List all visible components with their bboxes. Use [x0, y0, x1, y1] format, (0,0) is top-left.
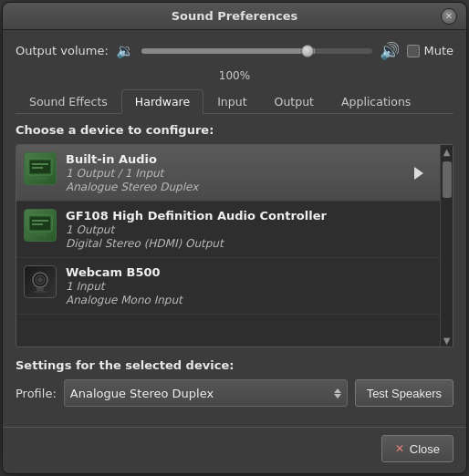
- device-sub2-webcam: Analogue Mono Input: [66, 294, 433, 306]
- scrollbar-down-button[interactable]: ▼: [442, 334, 453, 347]
- volume-slider-thumb[interactable]: [301, 45, 314, 57]
- main-content: Output volume: 🔉 🔊 Mute 100% Sound Effec…: [3, 30, 466, 427]
- selected-arrow-icon: [414, 167, 423, 180]
- close-button[interactable]: ✕ Close: [381, 435, 453, 462]
- svg-point-12: [38, 278, 43, 283]
- tab-applications[interactable]: Applications: [328, 89, 424, 113]
- test-speakers-button[interactable]: Test Speakers: [355, 379, 453, 407]
- device-sub2-builtin: Analogue Stereo Duplex: [66, 181, 433, 193]
- settings-section: Settings for the selected device: Profil…: [16, 358, 453, 407]
- profile-select-arrow-icon: [334, 388, 341, 398]
- device-list[interactable]: Built-in Audio 1 Output / 1 Input Analog…: [16, 145, 440, 347]
- device-icon-gf108: [24, 209, 57, 242]
- volume-label: Output volume:: [16, 44, 109, 57]
- device-name-gf108: GF108 High Definition Audio Controller: [66, 209, 433, 222]
- scrollbar-thumb[interactable]: [443, 161, 452, 198]
- svg-rect-9: [34, 233, 47, 236]
- device-item-builtin[interactable]: Built-in Audio 1 Output / 1 Input Analog…: [16, 145, 440, 202]
- device-item-webcam[interactable]: Webcam B500 1 Input Analogue Mono Input: [16, 258, 440, 315]
- close-button-label: Close: [410, 442, 440, 456]
- arrow-up-icon: [334, 388, 341, 393]
- settings-heading: Settings for the selected device:: [16, 358, 453, 372]
- profile-select[interactable]: Analogue Stereo Duplex: [64, 379, 348, 407]
- volume-slider[interactable]: [141, 48, 373, 54]
- device-list-container: Built-in Audio 1 Output / 1 Input Analog…: [16, 144, 453, 347]
- mute-checkbox[interactable]: [407, 45, 420, 57]
- tab-hardware[interactable]: Hardware: [121, 89, 203, 114]
- device-icon-webcam: [24, 265, 57, 298]
- volume-slider-container[interactable]: [141, 48, 373, 54]
- svg-rect-14: [34, 291, 47, 293]
- device-info-gf108: GF108 High Definition Audio Controller 1…: [66, 209, 433, 250]
- device-sub2-gf108: Digital Stereo (HDMI) Output: [66, 237, 433, 250]
- profile-row: Profile: Analogue Stereo Duplex Test Spe…: [16, 379, 453, 407]
- device-name-webcam: Webcam B500: [66, 265, 433, 279]
- volume-percent: 100%: [16, 69, 453, 82]
- tab-input[interactable]: Input: [203, 89, 260, 113]
- window-title: Sound Preferences: [172, 9, 298, 23]
- profile-label: Profile:: [16, 387, 57, 400]
- tab-output[interactable]: Output: [261, 89, 328, 113]
- titlebar: Sound Preferences ✕: [3, 3, 466, 30]
- device-name-builtin: Built-in Audio: [66, 152, 433, 166]
- device-section-heading: Choose a device to configure:: [16, 123, 453, 137]
- svg-rect-13: [36, 288, 44, 291]
- profile-value: Analogue Stereo Duplex: [70, 387, 214, 400]
- tab-sound-effects[interactable]: Sound Effects: [16, 89, 121, 113]
- close-x-icon: ✕: [395, 442, 404, 455]
- device-item-gf108[interactable]: GF108 High Definition Audio Controller 1…: [16, 202, 440, 258]
- svg-rect-4: [34, 177, 47, 180]
- scrollbar-up-button[interactable]: ▲: [442, 145, 453, 158]
- volume-high-icon: 🔊: [380, 41, 400, 60]
- device-info-webcam: Webcam B500 1 Input Analogue Mono Input: [66, 265, 433, 306]
- scrollbar-track[interactable]: [443, 158, 452, 334]
- svg-rect-6: [30, 217, 50, 230]
- device-list-scrollbar[interactable]: ▲ ▼: [440, 145, 453, 347]
- volume-low-icon: 🔉: [116, 42, 134, 59]
- mute-row: Mute: [407, 44, 453, 57]
- tabs-bar: Sound Effects Hardware Input Output Appl…: [16, 89, 453, 114]
- volume-row: Output volume: 🔉 🔊 Mute: [16, 41, 453, 60]
- device-icon-builtin: [24, 152, 57, 185]
- sound-preferences-window: Sound Preferences ✕ Output volume: 🔉 🔊 M…: [2, 2, 467, 474]
- device-info-builtin: Built-in Audio 1 Output / 1 Input Analog…: [66, 152, 433, 193]
- device-sub1-gf108: 1 Output: [66, 223, 433, 236]
- svg-rect-1: [30, 160, 50, 173]
- footer: ✕ Close: [3, 427, 466, 473]
- mute-label: Mute: [423, 44, 453, 57]
- window-close-button[interactable]: ✕: [441, 8, 457, 25]
- device-sub1-builtin: 1 Output / 1 Input: [66, 167, 433, 180]
- device-sub1-webcam: 1 Input: [66, 280, 433, 293]
- arrow-down-icon: [334, 394, 341, 398]
